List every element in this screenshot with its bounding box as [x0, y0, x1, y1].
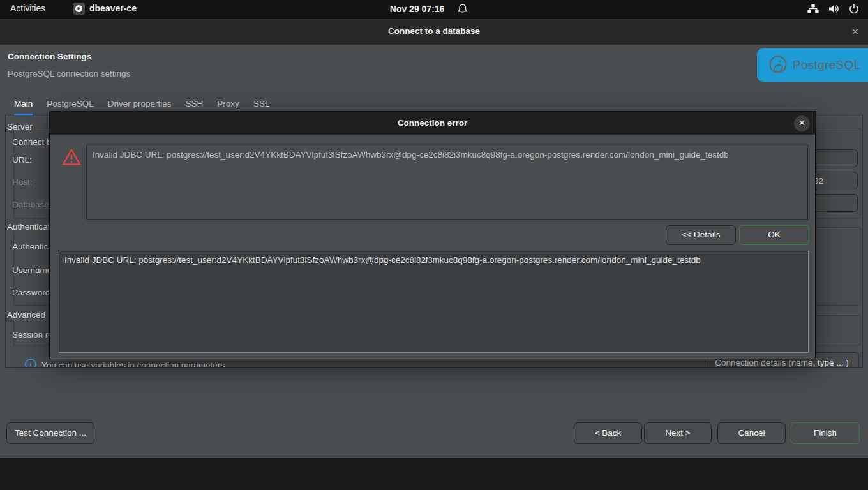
next-button[interactable]: Next > [644, 422, 712, 444]
variables-info-text: You can use variables in connection para… [41, 360, 225, 368]
server-group-title: Server [7, 122, 36, 131]
clock-group[interactable]: Nov 29 07:16 [390, 0, 469, 18]
test-connection-button[interactable]: Test Connection ... [6, 422, 94, 444]
error-message-box: Invalid JDBC URL: postgres://test_user:d… [86, 145, 808, 220]
url-label: URL: [12, 155, 32, 165]
host-label: Host: [12, 177, 33, 187]
info-icon: i [25, 359, 36, 368]
dock: A ? >_ +− == [0, 458, 868, 490]
power-icon [848, 3, 860, 15]
dialog-title-bar: Connect to a database ✕ [0, 18, 868, 45]
volume-icon [827, 3, 840, 15]
database-label: Database: [12, 200, 52, 209]
activities-button[interactable]: Activities [10, 3, 45, 13]
username-label: Username: [12, 265, 54, 275]
dialog-title: Connect to a database [0, 26, 868, 36]
details-toggle-button[interactable]: << Details [666, 225, 736, 245]
bell-icon [456, 3, 468, 15]
cancel-button[interactable]: Cancel [717, 422, 786, 444]
finish-button[interactable]: Finish [791, 422, 860, 444]
error-dialog-title: Connection error [50, 118, 815, 128]
network-icon [807, 3, 819, 15]
postgresql-logo-text: PostgreSQL [793, 58, 861, 72]
postgresql-logo-badge: PostgreSQL [757, 48, 868, 82]
system-top-bar: Activities dbeaver-ce Nov 29 07:16 [0, 0, 868, 18]
warning-icon [62, 148, 81, 166]
error-details-textarea[interactable]: Invalid JDBC URL: postgres://test_user:d… [59, 251, 809, 353]
tab-main[interactable]: Main [14, 96, 33, 115]
clock-label: Nov 29 07:16 [390, 4, 445, 14]
ok-button[interactable]: OK [739, 225, 809, 245]
connection-error-dialog: Connection error ✕ Invalid JDBC URL: pos… [50, 112, 815, 359]
postgresql-elephant-icon [766, 53, 790, 77]
error-dialog-title-bar: Connection error [50, 112, 815, 135]
dbeaver-app-icon[interactable] [73, 3, 85, 15]
advanced-group-title: Advanced [7, 310, 49, 320]
password-label: Password: [12, 288, 52, 297]
page-title: Connection Settings [8, 52, 91, 61]
error-dialog-close-button[interactable]: ✕ [794, 115, 810, 131]
back-button[interactable]: < Back [574, 422, 642, 444]
focused-app-name[interactable]: dbeaver-ce [89, 3, 137, 13]
system-tray[interactable] [807, 3, 860, 15]
dialog-close-button[interactable]: ✕ [851, 26, 859, 38]
page-subtitle: PostgreSQL connection settings [8, 69, 130, 78]
beaver-glyph [75, 5, 82, 12]
